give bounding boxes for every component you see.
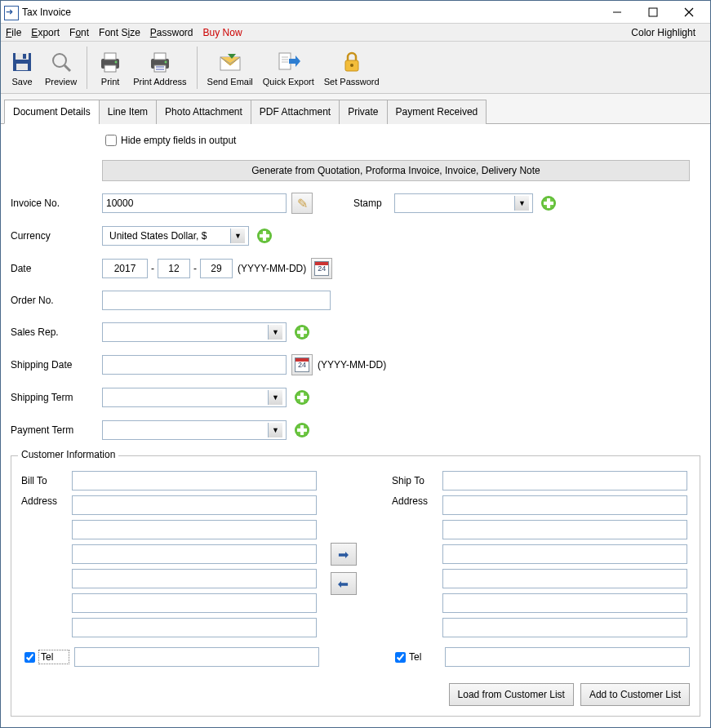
add-shipping-term-button[interactable] [291, 387, 313, 408]
bill-address-line-6[interactable] [72, 618, 317, 637]
add-stamp-button[interactable] [538, 193, 559, 214]
currency-select[interactable]: United States Dollar, $ ▼ [102, 226, 249, 246]
date-day-input[interactable] [200, 259, 233, 278]
print-button[interactable]: Print [92, 44, 128, 91]
ship-tel-checkbox[interactable] [395, 652, 406, 663]
copy-left-button[interactable]: ➡ [331, 572, 357, 595]
svg-rect-12 [104, 65, 116, 72]
calendar-icon: 24 [295, 357, 309, 372]
bill-address-line-2[interactable] [72, 520, 317, 539]
bill-address-line-1[interactable] [72, 495, 317, 515]
ship-address-line-3[interactable] [442, 544, 687, 564]
generate-from-button[interactable]: Generate from Quotation, Proforma Invoic… [102, 160, 690, 181]
menu-password[interactable]: Password [150, 27, 193, 38]
titlebar: Tax Invoice [1, 1, 710, 24]
printer-address-icon [147, 49, 173, 75]
date-month-input[interactable] [158, 259, 190, 278]
plus-icon [295, 423, 309, 437]
add-customer-list-button[interactable]: Add to Customer List [580, 683, 690, 706]
bill-address-line-4[interactable] [72, 569, 317, 588]
date-year-input[interactable] [102, 259, 148, 278]
window-title: Tax Invoice [22, 7, 599, 18]
shipping-term-label: Shipping Term [11, 392, 102, 403]
stamp-select[interactable]: ▼ [394, 193, 533, 213]
print-address-button[interactable]: Print Address [128, 44, 191, 91]
export-icon [275, 49, 301, 75]
bill-address-line-5[interactable] [72, 593, 317, 613]
save-button[interactable]: Save [4, 44, 40, 91]
ship-address-line-6[interactable] [442, 618, 687, 637]
plus-icon [295, 325, 309, 340]
svg-point-17 [164, 60, 167, 63]
sales-rep-select[interactable]: ▼ [102, 322, 287, 342]
tab-payment-received[interactable]: Payment Received [387, 100, 487, 124]
ship-address-line-4[interactable] [442, 569, 687, 588]
add-currency-button[interactable] [254, 225, 275, 246]
minimize-icon [612, 7, 622, 17]
magnifier-icon [48, 49, 74, 75]
shipping-date-input[interactable] [102, 355, 287, 375]
order-no-label: Order No. [11, 295, 102, 306]
transfer-column: ➡ ➡ [319, 471, 367, 667]
ship-address-label: Address [392, 495, 442, 507]
date-picker-button[interactable]: 24 [311, 258, 332, 279]
sales-rep-label: Sales Rep. [11, 326, 102, 338]
load-customer-list-button[interactable]: Load from Customer List [449, 683, 574, 706]
chevron-down-icon: ▼ [268, 325, 282, 340]
order-no-input[interactable] [102, 291, 331, 310]
ship-address-line-2[interactable] [442, 520, 687, 539]
svg-rect-11 [104, 53, 116, 60]
menu-font[interactable]: Font [69, 27, 89, 38]
customer-information-group: Customer Information Bill To Address [11, 455, 700, 717]
bill-address-label: Address [21, 495, 72, 507]
ship-tel-label: Tel [409, 651, 440, 663]
menu-fontsize[interactable]: Font Size [99, 27, 140, 38]
menu-export[interactable]: Export [31, 27, 60, 38]
chevron-down-icon: ▼ [230, 229, 245, 243]
tab-pdf-attachment[interactable]: PDF Attachment [251, 100, 340, 124]
bill-tel-input[interactable] [74, 647, 319, 667]
set-password-button[interactable]: Set Password [319, 44, 384, 91]
minimize-button[interactable] [599, 2, 635, 23]
currency-label: Currency [11, 230, 102, 242]
payment-term-select[interactable]: ▼ [102, 420, 287, 440]
quick-export-button[interactable]: Quick Export [258, 44, 319, 91]
copy-right-button[interactable]: ➡ [331, 543, 357, 566]
menu-color-highlight[interactable]: Color Highlight [631, 27, 695, 38]
shipping-date-picker-button[interactable]: 24 [291, 354, 313, 375]
tab-document-details[interactable]: Document Details [4, 100, 100, 124]
invoice-no-label: Invoice No. [11, 198, 102, 209]
bill-to-input[interactable] [72, 471, 317, 491]
preview-button[interactable]: Preview [40, 44, 82, 91]
ship-address-line-5[interactable] [442, 593, 687, 613]
add-payment-term-button[interactable] [291, 419, 313, 441]
email-icon [217, 49, 243, 75]
maximize-button[interactable] [635, 2, 671, 23]
bill-tel-checkbox[interactable] [24, 652, 35, 663]
calendar-icon: 24 [314, 261, 329, 276]
chevron-down-icon: ▼ [514, 196, 529, 211]
hide-empty-checkbox[interactable] [105, 135, 117, 146]
send-email-button[interactable]: Send Email [202, 44, 258, 91]
ship-to-label: Ship To [392, 475, 442, 486]
ship-to-input[interactable] [442, 471, 687, 491]
add-sales-rep-button[interactable] [291, 322, 313, 343]
shipping-date-label: Shipping Date [11, 359, 102, 371]
bill-address-line-3[interactable] [72, 544, 317, 564]
ship-address-line-1[interactable] [442, 495, 687, 515]
invoice-no-edit-button[interactable]: ✎ [291, 193, 313, 214]
close-button[interactable] [671, 2, 707, 23]
shipping-term-select[interactable]: ▼ [102, 388, 287, 407]
menu-buy-now[interactable]: Buy Now [203, 27, 242, 38]
hide-empty-checkbox-label[interactable]: Hide empty fields in output [102, 132, 236, 149]
invoice-no-input[interactable] [102, 193, 287, 213]
ship-tel-input[interactable] [445, 647, 690, 667]
lock-icon [339, 49, 365, 75]
svg-rect-6 [16, 64, 28, 70]
menu-file[interactable]: File [6, 27, 21, 38]
date-format-hint: (YYYY-MM-DD) [238, 263, 306, 274]
svg-rect-7 [23, 54, 26, 59]
tab-photo-attachment[interactable]: Photo Attachment [156, 100, 251, 124]
tab-private[interactable]: Private [339, 100, 387, 124]
tab-line-item[interactable]: Line Item [99, 100, 157, 124]
